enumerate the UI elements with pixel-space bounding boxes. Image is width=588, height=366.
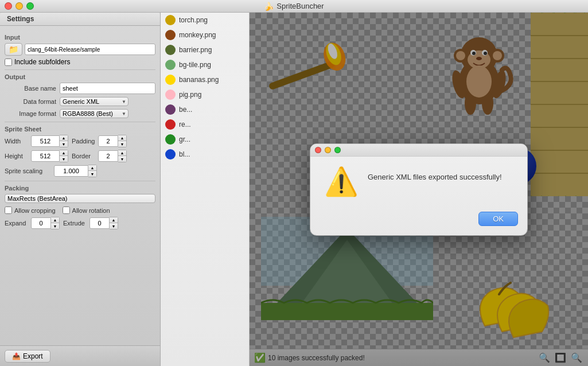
extrude-increment[interactable]: ▲ [110, 217, 118, 223]
ok-button[interactable]: OK [478, 212, 518, 226]
settings-tab[interactable]: Settings [0, 13, 160, 26]
sprite-scaling-decrement[interactable]: ▼ [88, 171, 96, 177]
maximize-button[interactable] [26, 2, 34, 10]
packing-select[interactable]: MaxRects (BestArea) Basic Shelf [5, 194, 155, 203]
file-list: torch.pngmonkey.pngbarrier.pngbg-tile.pn… [161, 13, 249, 162]
output-section-label: Output [5, 73, 155, 80]
include-subfolders-row: Include subfolders [5, 58, 155, 66]
expand-label: Expand [5, 220, 28, 227]
file-color-dot [165, 60, 176, 70]
width-decrement[interactable]: ▼ [60, 141, 68, 147]
width-label: Width [5, 138, 28, 145]
modal-maximize-button[interactable] [334, 147, 341, 153]
file-color-dot [165, 119, 176, 130]
divider-1 [5, 69, 155, 70]
modal-message: Generic XML files exported successfully! [368, 168, 502, 181]
extrude-stepper-buttons: ▲ ▼ [110, 217, 118, 229]
export-label: Export [23, 352, 43, 360]
base-name-row: Base name [5, 83, 155, 94]
file-list-item[interactable]: re... [161, 117, 249, 132]
base-name-input[interactable] [60, 83, 155, 94]
file-name-label: be... [179, 106, 192, 114]
data-format-select[interactable]: Generic XML Cocos2D JSON [60, 97, 128, 106]
info-icon: ⚠️ [324, 168, 359, 196]
image-format-select-wrapper: RGBA8888 (Best) RGBA4444 RGB888 [60, 109, 128, 118]
minimize-button[interactable] [15, 2, 23, 10]
success-dialog: ⚠️ Generic XML files exported successful… [310, 143, 528, 236]
modal-minimize-button[interactable] [325, 147, 331, 153]
height-input[interactable] [31, 150, 60, 162]
file-list-item[interactable]: pig.png [161, 87, 249, 102]
main-layout: Settings Input 📁 Include subfolders Outp… [0, 13, 588, 366]
file-list-item[interactable]: bg-tile.png [161, 57, 249, 72]
file-name-label: barrier.png [179, 46, 212, 54]
padding-increment[interactable]: ▲ [118, 135, 126, 141]
expand-increment[interactable]: ▲ [51, 217, 59, 223]
file-name-label: bl... [179, 150, 190, 158]
modal-close-button[interactable] [315, 147, 321, 153]
file-list-item[interactable]: torch.png [161, 13, 249, 28]
file-list-panel: torch.pngmonkey.pngbarrier.pngbg-tile.pn… [161, 13, 250, 366]
file-color-dot [165, 15, 176, 25]
sprite-scaling-increment[interactable]: ▲ [88, 165, 96, 171]
modal-title-bar [310, 144, 527, 157]
extrude-input[interactable] [89, 217, 110, 229]
file-name-label: pig.png [179, 91, 201, 99]
image-format-select[interactable]: RGBA8888 (Best) RGBA4444 RGB888 [60, 109, 128, 118]
border-decrement[interactable]: ▼ [118, 156, 126, 162]
allow-cropping-checkbox[interactable] [5, 207, 12, 214]
expand-extrude-row: Expand ▲ ▼ Extrude ▲ ▼ [5, 217, 155, 229]
export-button[interactable]: 📤 Export [5, 350, 50, 363]
allow-rotation-label: Allow rotation [63, 207, 110, 214]
file-list-item[interactable]: monkey.png [161, 28, 249, 42]
border-increment[interactable]: ▲ [118, 150, 126, 156]
panel-content: Input 📁 Include subfolders Output Base n… [0, 26, 160, 345]
extrude-label: Extrude [63, 220, 86, 227]
image-format-row: Image format RGBA8888 (Best) RGBA4444 RG… [5, 109, 155, 118]
file-name-label: re... [179, 120, 191, 129]
export-icon: 📤 [12, 352, 21, 360]
file-color-dot [165, 30, 176, 40]
width-input[interactable] [31, 135, 60, 147]
height-row: Height ▲ ▼ Border ▲ ▼ [5, 150, 155, 162]
folder-path-input[interactable] [25, 44, 155, 55]
border-stepper-buttons: ▲ ▼ [118, 150, 127, 162]
border-input[interactable] [98, 150, 118, 162]
extrude-decrement[interactable]: ▼ [110, 223, 118, 229]
file-list-item[interactable]: gr... [161, 132, 249, 147]
allow-rotation-checkbox[interactable] [63, 207, 70, 214]
padding-stepper-buttons: ▲ ▼ [118, 135, 127, 147]
height-decrement[interactable]: ▼ [60, 156, 68, 162]
include-subfolders-checkbox[interactable] [5, 59, 12, 66]
expand-decrement[interactable]: ▼ [51, 223, 59, 229]
data-format-label: Data format [5, 98, 56, 105]
expand-input[interactable] [31, 217, 51, 229]
width-increment[interactable]: ▲ [60, 135, 68, 141]
packing-section-label: Packing [5, 185, 155, 192]
file-color-dot [165, 75, 176, 85]
file-name-label: monkey.png [179, 31, 216, 39]
width-stepper: ▲ ▼ [31, 135, 68, 147]
sprite-scaling-stepper: ▲ ▼ [54, 165, 97, 177]
extrude-stepper: ▲ ▼ [89, 217, 118, 229]
width-row: Width ▲ ▼ Padding ▲ ▼ [5, 135, 155, 147]
close-button[interactable] [5, 2, 12, 10]
folder-button[interactable]: 📁 [5, 43, 22, 56]
file-list-item[interactable]: bl... [161, 147, 249, 162]
file-color-dot [165, 149, 176, 159]
title-bar: 🍌 SpriteBuncher [0, 0, 588, 13]
padding-decrement[interactable]: ▼ [118, 141, 126, 147]
file-name-label: torch.png [179, 16, 208, 24]
window-controls [5, 2, 34, 10]
app-icon: 🍌 [264, 2, 274, 11]
padding-input[interactable] [98, 135, 118, 147]
file-list-item[interactable]: bananas.png [161, 72, 249, 87]
border-label: Border [72, 153, 95, 159]
sprite-scaling-input[interactable] [54, 165, 88, 177]
file-name-label: bananas.png [179, 76, 219, 84]
file-list-item[interactable]: barrier.png [161, 42, 249, 57]
file-list-item[interactable]: be... [161, 102, 249, 117]
file-name-label: gr... [179, 135, 190, 143]
modal-body: ⚠️ Generic XML files exported successful… [310, 157, 527, 207]
height-increment[interactable]: ▲ [60, 150, 68, 156]
